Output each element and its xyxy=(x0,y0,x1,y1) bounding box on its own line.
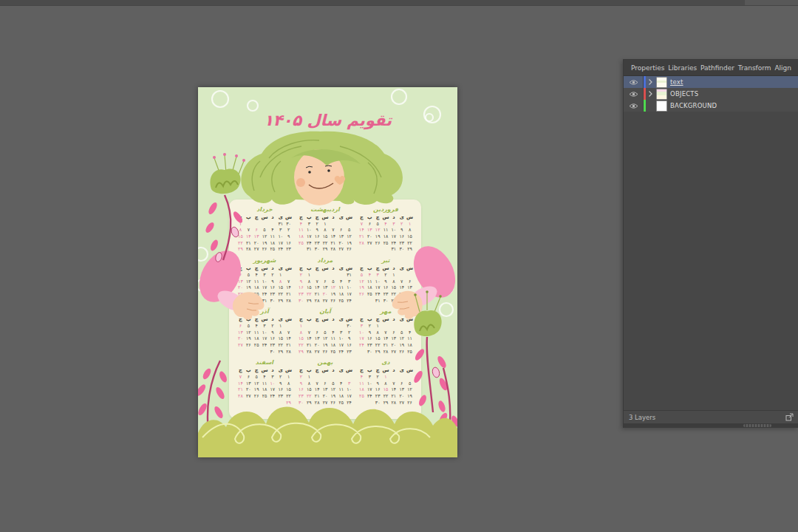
month-name: آذر xyxy=(236,308,293,316)
day-cell xyxy=(236,298,245,304)
day-cell xyxy=(345,221,353,228)
expand-chevron-icon[interactable] xyxy=(646,79,655,85)
month-block-8: آبانشیدسچپج۳۰۱۲۳۴۵۶۷۸۹۱۰۱۱۱۲۱۳۱۴۱۵۱۶۱۷۱۸… xyxy=(297,308,353,355)
weekday-header: ی xyxy=(337,367,345,374)
day-cell: ۲۸ xyxy=(245,246,253,253)
day-cell: ۴ xyxy=(329,330,337,336)
eye-icon xyxy=(629,79,638,86)
weekday-header: پ xyxy=(305,265,313,272)
eye-icon xyxy=(629,103,638,109)
day-cell: ۲۶ xyxy=(253,393,261,400)
day-cell: ۱۲ xyxy=(253,381,261,387)
month-block-10: دیشیدسچپج۱۲۳۴۵۶۷۸۹۱۰۱۱۱۲۱۳۱۴۱۵۱۶۱۷۱۸۱۹۲۰… xyxy=(358,359,414,406)
layer-thumbnail[interactable] xyxy=(656,89,667,100)
day-cell: ۲۱ xyxy=(236,386,245,393)
weekday-header: ش xyxy=(284,214,293,221)
layer-row-objects[interactable]: OBJECTS xyxy=(624,88,798,100)
weekday-header: چ xyxy=(374,214,382,221)
day-cell: ۲۲ xyxy=(374,342,382,349)
day-cell: ۱۴ xyxy=(284,284,293,291)
weekday-header: س xyxy=(261,367,269,374)
tab-libraries[interactable]: Libraries xyxy=(668,64,697,72)
day-cell: ۱۶ xyxy=(382,284,390,291)
day-cell: ۱۶ xyxy=(284,240,293,247)
layer-name[interactable]: text xyxy=(670,78,683,86)
month-day-grid: شیدسچپج۱۲۳۴۵۶۷۸۹۱۰۱۱۱۲۱۳۱۴۱۵۱۶۱۷۱۸۱۹۲۰۲۱… xyxy=(358,367,414,406)
day-cell: ۱۶ xyxy=(268,335,276,342)
day-cell: ۱۷ xyxy=(366,386,374,393)
day-cell: ۱۷ xyxy=(358,335,366,342)
layer-name[interactable]: OBJECTS xyxy=(670,90,698,98)
day-cell: ۲ xyxy=(276,374,284,381)
day-cell: ۲۴ xyxy=(345,400,353,406)
weekday-header: ش xyxy=(406,367,414,374)
day-cell: ۲۹ xyxy=(305,400,313,406)
day-cell: ۱۵ xyxy=(276,284,284,291)
day-cell: ۶ xyxy=(366,221,374,228)
day-cell: ۲۹ xyxy=(321,246,330,253)
weekday-header: ی xyxy=(276,316,284,323)
day-cell: ۲۷ xyxy=(321,400,330,406)
panel-resize-grip[interactable] xyxy=(743,424,771,427)
day-cell: ۲۵ xyxy=(337,298,345,304)
day-cell: ۲۰ xyxy=(313,342,321,349)
day-cell: ۱۹ xyxy=(245,284,253,291)
weekday-header: ش xyxy=(284,367,293,374)
day-cell: ۱۳ xyxy=(366,227,374,233)
weekday-header: ی xyxy=(398,316,406,323)
day-cell: ۱۸ xyxy=(253,335,261,342)
month-block-4: تیرشیدسچپج۱۲۳۴۵۶۷۸۹۱۰۱۱۱۲۱۳۱۴۱۵۱۶۱۷۱۸۱۹۲… xyxy=(358,257,414,304)
tab-transform[interactable]: Transform xyxy=(738,64,771,72)
visibility-toggle[interactable] xyxy=(624,88,644,100)
layer-thumbnail[interactable] xyxy=(656,77,667,88)
day-cell: ۲۹ xyxy=(382,400,390,406)
day-cell xyxy=(358,246,366,253)
day-cell: ۹ xyxy=(297,279,305,285)
weekday-header: س xyxy=(261,316,269,323)
layer-row-background[interactable]: BACKGROUND xyxy=(624,100,798,112)
day-cell: ۸ xyxy=(276,330,284,336)
day-cell: ۲۶ xyxy=(261,246,269,253)
day-cell: ۲۲ xyxy=(389,291,398,298)
visibility-toggle[interactable] xyxy=(624,100,644,112)
day-cell: ۲۰ xyxy=(337,240,345,247)
tab-properties[interactable]: Properties xyxy=(631,64,664,72)
month-day-grid: شیدسچپج۱۲۳۴۵۶۷۸۹۱۰۱۱۱۲۱۳۱۴۱۵۱۶۱۷۱۸۱۹۲۰۲۱… xyxy=(358,214,414,253)
weekday-header: پ xyxy=(245,214,253,221)
collect-for-export-icon[interactable] xyxy=(785,413,794,421)
tab-pathfinder[interactable]: Pathfinder xyxy=(700,64,734,72)
layer-name[interactable]: BACKGROUND xyxy=(670,102,717,109)
day-cell: ۲۸ xyxy=(398,298,406,304)
day-cell: ۱۰ xyxy=(358,330,366,336)
visibility-toggle[interactable] xyxy=(624,76,644,88)
day-cell: ۹ xyxy=(284,233,293,240)
day-cell: ۲۲ xyxy=(305,291,313,298)
day-cell: ۳ xyxy=(345,279,353,285)
day-cell xyxy=(406,272,414,279)
day-cell: ۲ xyxy=(268,323,276,330)
weekday-header: د xyxy=(268,316,276,323)
day-cell: ۱۱ xyxy=(366,279,374,285)
day-cell: ۱۴ xyxy=(389,386,398,393)
month-name: اردیبهشت xyxy=(297,206,353,214)
tab-align[interactable]: Align xyxy=(774,64,791,72)
layer-thumbnail[interactable] xyxy=(656,100,667,112)
day-cell: ۹ xyxy=(345,335,353,342)
day-cell: ۲۳ xyxy=(297,393,305,400)
day-cell: ۱۲ xyxy=(261,233,269,240)
layer-row-text[interactable]: text xyxy=(624,76,798,88)
day-cell: ۱۴ xyxy=(382,335,390,342)
weekday-header: ش xyxy=(284,265,293,272)
day-cell xyxy=(297,246,305,253)
day-cell: ۲۷ xyxy=(236,342,245,349)
day-cell xyxy=(313,374,321,381)
day-cell: ۴ xyxy=(358,374,366,381)
day-cell: ۲۷ xyxy=(337,246,345,253)
day-cell: ۶ xyxy=(337,227,345,233)
day-cell: ۲۱ xyxy=(313,291,321,298)
day-cell: ۳ xyxy=(261,323,269,330)
day-cell: ۱ xyxy=(284,374,293,381)
day-cell xyxy=(253,221,261,228)
month-day-grid: شیدسچپج۱۲۳۴۵۶۷۸۹۱۰۱۱۱۲۱۳۱۴۱۵۱۶۱۷۱۸۱۹۲۰۲۱… xyxy=(297,214,353,253)
expand-chevron-icon[interactable] xyxy=(646,91,655,97)
